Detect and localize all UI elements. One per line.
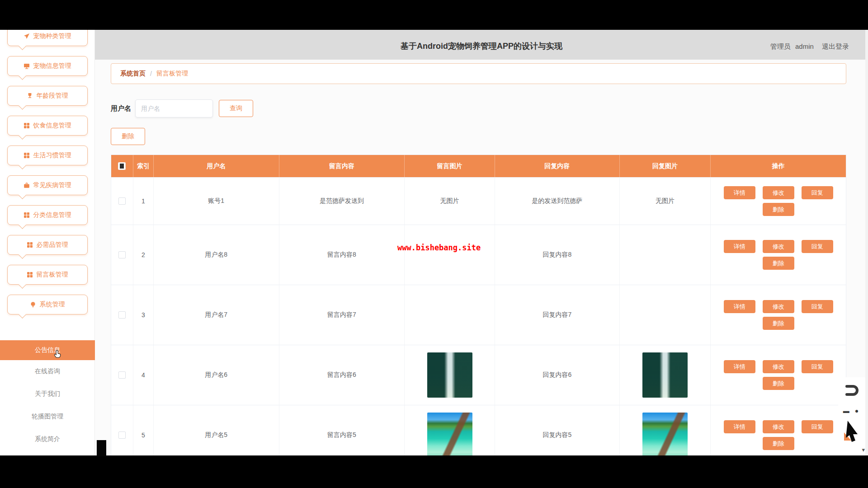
send-icon <box>24 33 30 39</box>
sidebar-item-label: 必需品管理 <box>37 241 68 249</box>
sidebar-item-label: 宠物信息管理 <box>33 62 71 70</box>
column-header-message: 留言内容 <box>279 155 405 177</box>
delete-button[interactable]: 删除 <box>763 203 794 216</box>
main-area: 基于Android宠物饲养管理APP的设计与实现 管理员 admin 退出登录 … <box>95 0 868 455</box>
column-header-reply-image: 回复图片 <box>620 155 711 177</box>
edit-button[interactable]: 修改 <box>763 186 794 199</box>
username-input[interactable] <box>135 99 213 117</box>
detail-button[interactable]: 详情 <box>724 240 755 253</box>
row-username: 用户名7 <box>154 285 279 345</box>
reply-button[interactable]: 回复 <box>802 186 833 199</box>
row-reply: 回复内容7 <box>495 285 620 345</box>
sidebar-item-habits[interactable]: 生活习惯管理 <box>7 145 88 165</box>
screen-recorder-overlay: ▬ ● <box>838 377 865 455</box>
logout-link[interactable]: 退出登录 <box>822 42 849 50</box>
sidebar: 宠物种类管理 宠物信息管理 年龄段管理 饮食信息管理 生活习惯管理 常见疾病管理… <box>0 0 95 455</box>
breadcrumb-home[interactable]: 系统首页 <box>120 70 146 78</box>
username-label: 用户名 <box>111 104 131 113</box>
scroll-down-arrow-icon[interactable]: ▾ <box>862 446 865 453</box>
sidebar-item-system-intro[interactable]: 系统简介 <box>0 435 95 444</box>
detail-button[interactable]: 详情 <box>724 420 755 433</box>
bulb-icon <box>30 301 36 308</box>
recorder-glyph-icon <box>845 382 859 401</box>
user-role: 管理员 <box>770 42 791 50</box>
row-checkbox[interactable] <box>118 197 126 205</box>
sidebar-item-label: 年龄段管理 <box>37 92 68 100</box>
sidebar-item-carousel[interactable]: 轮播图管理 <box>0 413 95 422</box>
sidebar-item-message-board[interactable]: 留言板管理 <box>7 265 88 285</box>
delete-button[interactable]: 删除 <box>763 317 794 330</box>
sidebar-item-categories[interactable]: 分类信息管理 <box>7 205 88 225</box>
edit-button[interactable]: 修改 <box>763 360 794 373</box>
reply-button[interactable]: 回复 <box>802 240 833 253</box>
no-image-text: 无图片 <box>440 197 459 205</box>
sidebar-item-announcements-active[interactable]: 公告信息 <box>0 340 95 360</box>
letterbox-bottom <box>0 455 868 488</box>
sidebar-item-about-us[interactable]: 关于我们 <box>0 390 95 399</box>
row-index: 1 <box>133 178 154 225</box>
reply-image-thumbnail <box>642 352 688 398</box>
sidebar-item-pet-info[interactable]: 宠物信息管理 <box>7 56 88 76</box>
user-info: 管理员 admin 退出登录 <box>770 42 849 51</box>
reply-button[interactable]: 回复 <box>802 360 833 373</box>
row-checkbox[interactable] <box>118 371 126 379</box>
row-actions: 详情 修改 回复 删除 <box>711 178 846 225</box>
row-actions: 详情 修改 回复 删除 <box>711 345 846 405</box>
row-username: 用户名6 <box>154 345 279 405</box>
select-all-checkbox[interactable] <box>118 162 126 170</box>
sidebar-item-diseases[interactable]: 常见疾病管理 <box>7 175 88 195</box>
site-watermark: www.bishebang.site <box>397 243 481 252</box>
row-reply: 回复内容6 <box>495 345 620 405</box>
detail-button[interactable]: 详情 <box>724 360 755 373</box>
edit-button[interactable]: 修改 <box>763 240 794 253</box>
sidebar-item-label: 饮食信息管理 <box>33 122 71 130</box>
column-header-actions: 操作 <box>711 155 846 177</box>
recorder-dashdot-icon: ▬ ● <box>843 407 860 414</box>
sidebar-item-label: 宠物种类管理 <box>33 32 71 40</box>
sidebar-item-necessities[interactable]: 必需品管理 <box>7 235 88 255</box>
black-notch <box>97 440 106 456</box>
grid-icon <box>27 242 33 248</box>
sidebar-item-online-consult[interactable]: 在线咨询 <box>0 367 95 376</box>
reply-image-thumbnail <box>642 232 688 277</box>
delete-button[interactable]: 删除 <box>763 257 794 270</box>
sidebar-item-label: 留言板管理 <box>37 271 68 279</box>
query-button[interactable]: 查询 <box>219 100 253 117</box>
trophy-icon <box>27 93 33 99</box>
sidebar-item-label: 常见疾病管理 <box>33 181 71 189</box>
row-checkbox[interactable] <box>118 432 126 439</box>
reply-button[interactable]: 回复 <box>802 420 833 433</box>
reply-button[interactable]: 回复 <box>802 300 833 313</box>
sidebar-item-label: 生活习惯管理 <box>33 151 71 160</box>
bulk-actions: 删除 <box>111 128 145 145</box>
bulk-delete-button[interactable]: 删除 <box>111 128 145 145</box>
sidebar-item-system[interactable]: 系统管理 <box>7 295 88 314</box>
app-window: 宠物种类管理 宠物信息管理 年龄段管理 饮食信息管理 生活习惯管理 常见疾病管理… <box>0 0 868 488</box>
column-header-username: 用户名 <box>154 155 279 177</box>
sidebar-item-label: 系统管理 <box>40 300 65 309</box>
row-index: 4 <box>133 345 154 405</box>
briefcase-icon <box>24 182 30 188</box>
delete-button[interactable]: 删除 <box>763 377 794 390</box>
row-reply: 回复内容8 <box>495 225 620 285</box>
table-row: 1 账号1 是范德萨发送到 无图片 是的发送到范德萨 无图片 详情 修改 回复 … <box>111 177 846 225</box>
sidebar-item-age-group[interactable]: 年龄段管理 <box>7 86 88 106</box>
detail-button[interactable]: 详情 <box>724 300 755 313</box>
row-checkbox[interactable] <box>118 311 126 319</box>
grid-icon <box>24 152 30 159</box>
monitor-icon <box>24 63 30 69</box>
breadcrumb-current: 留言板管理 <box>156 70 188 78</box>
detail-button[interactable]: 详情 <box>724 186 755 199</box>
row-reply: 是的发送到范德萨 <box>495 178 620 225</box>
search-bar: 用户名 查询 <box>111 99 253 118</box>
edit-button[interactable]: 修改 <box>763 300 794 313</box>
sidebar-item-diet-info[interactable]: 饮食信息管理 <box>7 116 88 136</box>
row-checkbox[interactable] <box>118 251 126 258</box>
select-all-cell <box>111 155 133 177</box>
edit-button[interactable]: 修改 <box>763 420 794 433</box>
table-row: 4 用户名6 留言内容6 回复内容6 详情 修改 回复 删除 <box>111 345 846 405</box>
row-index: 2 <box>133 225 154 285</box>
delete-button[interactable]: 删除 <box>763 437 794 450</box>
row-message: 是范德萨发送到 <box>279 178 405 225</box>
scrollbar[interactable] <box>865 30 868 455</box>
